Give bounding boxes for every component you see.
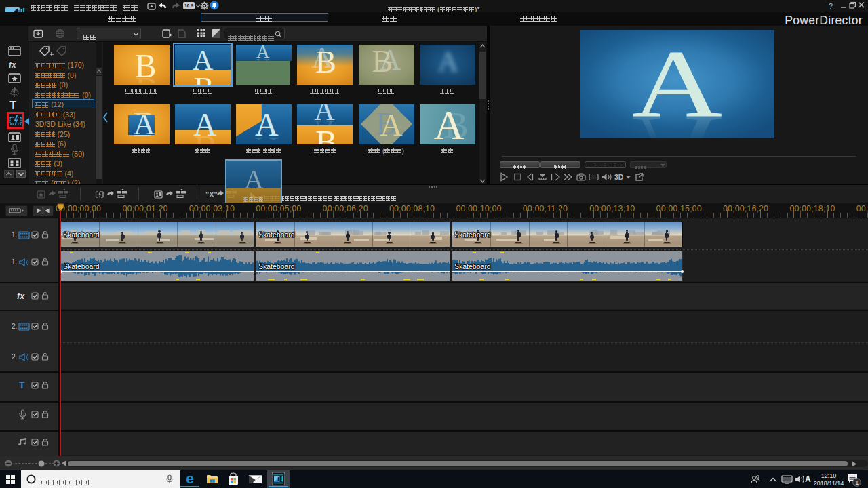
svg-text:3D: 3D (614, 173, 624, 181)
svg-text:"X": "X" (205, 190, 218, 199)
svg-text:1: 1 (855, 479, 859, 486)
